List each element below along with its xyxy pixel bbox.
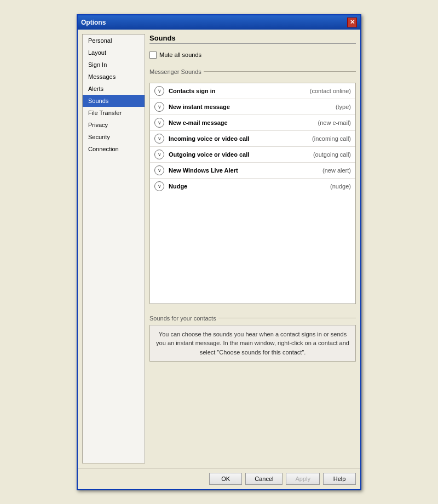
sidebar-item-security[interactable]: Security xyxy=(83,131,145,143)
sidebar-item-connection[interactable]: Connection xyxy=(83,143,145,155)
apply-button[interactable]: Apply xyxy=(286,473,320,485)
ok-button[interactable]: OK xyxy=(209,473,242,485)
help-button[interactable]: Help xyxy=(323,473,356,485)
sidebar-item-file-transfer[interactable]: File Transfer xyxy=(83,107,145,119)
sound-name: New e-mail message xyxy=(169,119,318,126)
close-button[interactable]: ✕ xyxy=(347,18,357,27)
cancel-button[interactable]: Cancel xyxy=(245,473,283,485)
sidebar-item-messages[interactable]: Messages xyxy=(83,71,145,83)
sound-trigger: (incoming call) xyxy=(312,135,351,142)
sound-item[interactable]: ∨New instant message(type) xyxy=(150,99,355,115)
sound-trigger: (type) xyxy=(336,104,351,110)
sound-name: Incoming voice or video call xyxy=(169,135,312,142)
main-content: Sounds Mute all sounds Messenger Sounds … xyxy=(149,34,356,463)
mute-row: Mute all sounds xyxy=(149,51,356,59)
contacts-section-line xyxy=(218,318,356,318)
sound-expand-icon[interactable]: ∨ xyxy=(154,181,164,191)
sound-expand-icon[interactable]: ∨ xyxy=(154,118,164,128)
sound-item[interactable]: ∨Outgoing voice or video call(outgoing c… xyxy=(150,147,355,163)
sound-name: Outgoing voice or video call xyxy=(169,151,313,158)
messenger-sounds-header: Messenger Sounds xyxy=(149,68,356,75)
sidebar: PersonalLayoutSign InMessagesAlertsSound… xyxy=(82,34,145,463)
mute-label: Mute all sounds xyxy=(159,51,201,58)
sidebar-item-alerts[interactable]: Alerts xyxy=(83,83,145,95)
messenger-sounds-label: Messenger Sounds xyxy=(149,68,201,75)
sound-name: New instant message xyxy=(169,104,336,110)
sound-expand-icon[interactable]: ∨ xyxy=(154,150,164,159)
sound-item[interactable]: ∨Incoming voice or video call(incoming c… xyxy=(150,131,355,147)
title-bar: Options ✕ xyxy=(78,15,360,30)
sound-item[interactable]: ∨New Windows Live Alert(new alert) xyxy=(150,163,355,179)
bottom-bar: OK Cancel Apply Help xyxy=(78,468,360,489)
messenger-sounds-line xyxy=(204,71,356,72)
sound-empty-area xyxy=(150,194,355,303)
sound-trigger: (outgoing call) xyxy=(313,151,351,158)
sound-expand-icon[interactable]: ∨ xyxy=(154,86,164,96)
contacts-section-label: Sounds for your contacts xyxy=(149,315,216,322)
sound-name: Nudge xyxy=(169,183,330,190)
sound-name: New Windows Live Alert xyxy=(169,167,322,174)
sound-list: ∨Contacts sign in(contact online)∨New in… xyxy=(149,83,356,304)
sound-expand-icon[interactable]: ∨ xyxy=(154,102,164,112)
sound-item[interactable]: ∨Contacts sign in(contact online) xyxy=(150,83,355,99)
mute-checkbox[interactable] xyxy=(149,51,157,59)
sound-item[interactable]: ∨New e-mail message(new e-mail) xyxy=(150,115,355,131)
sound-items-area: ∨Contacts sign in(contact online)∨New in… xyxy=(150,83,355,194)
sound-trigger: (contact online) xyxy=(310,88,351,94)
sound-name: Contacts sign in xyxy=(169,88,310,94)
contacts-section-header: Sounds for your contacts xyxy=(149,315,356,322)
sound-trigger: (nudge) xyxy=(330,183,351,190)
sound-expand-icon[interactable]: ∨ xyxy=(154,165,164,175)
sidebar-item-personal[interactable]: Personal xyxy=(83,35,145,47)
options-dialog: Options ✕ PersonalLayoutSign InMessagesA… xyxy=(77,14,361,490)
sidebar-item-sign-in[interactable]: Sign In xyxy=(83,59,145,71)
sidebar-item-sounds[interactable]: Sounds xyxy=(83,95,145,107)
section-title: Sounds xyxy=(149,34,356,44)
sound-trigger: (new alert) xyxy=(322,167,351,174)
window-body: PersonalLayoutSign InMessagesAlertsSound… xyxy=(78,30,360,468)
sound-expand-icon[interactable]: ∨ xyxy=(154,134,164,144)
dialog-title: Options xyxy=(81,19,106,26)
contacts-info: You can choose the sounds you hear when … xyxy=(149,325,356,362)
sound-item[interactable]: ∨Nudge(nudge) xyxy=(150,179,355,194)
sound-trigger: (new e-mail) xyxy=(318,119,351,126)
sidebar-item-layout[interactable]: Layout xyxy=(83,47,145,59)
sidebar-item-privacy[interactable]: Privacy xyxy=(83,119,145,131)
contacts-section: Sounds for your contacts You can choose … xyxy=(149,315,356,362)
